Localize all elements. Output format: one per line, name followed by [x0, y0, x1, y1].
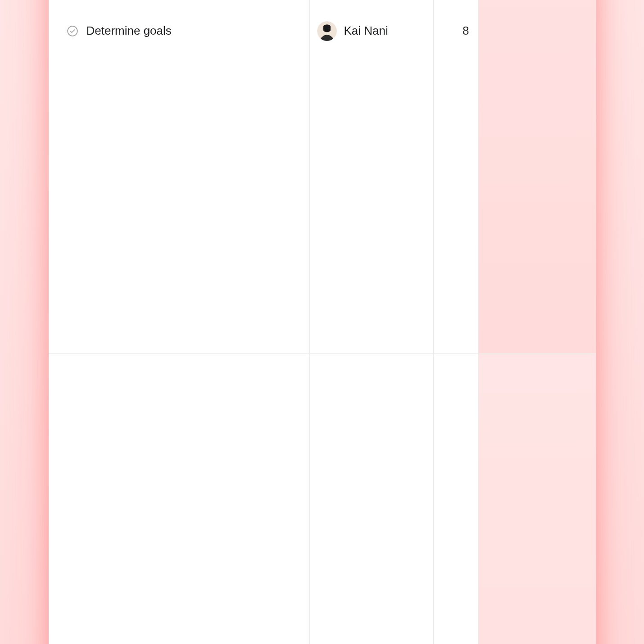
checkmark-circle-icon[interactable]	[67, 25, 78, 37]
empty-cell	[569, 354, 596, 644]
task-row[interactable]: Determine goals Kai Nani 8 Planning	[49, 0, 596, 354]
assignee-name: Kai Nani	[344, 24, 388, 38]
effort-value[interactable]: 8	[434, 0, 479, 353]
project-card: New hire onboarding List Board Timeline …	[49, 0, 596, 644]
empty-cell	[569, 0, 596, 353]
effort-value[interactable]: 8	[434, 354, 479, 644]
svg-point-3	[68, 26, 77, 36]
avatar[interactable]	[317, 21, 337, 41]
task-name: Determine goals	[86, 24, 172, 38]
task-row[interactable]: Create messaging Kai Nani 8 Planning	[49, 354, 596, 644]
